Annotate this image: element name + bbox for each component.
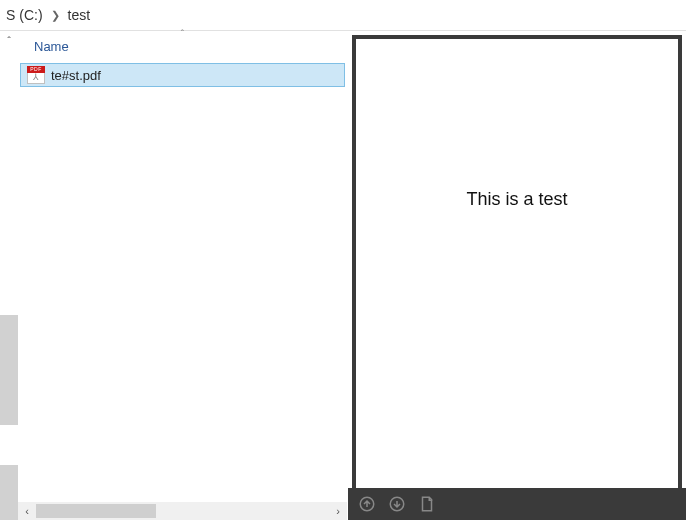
column-header-name[interactable]: ˆ Name [18,31,347,61]
page-icon[interactable] [416,493,438,515]
preview-toolbar [348,488,686,520]
file-name: te#st.pdf [51,68,101,83]
scroll-right-icon[interactable]: › [329,502,347,520]
file-list-pane: ˆ Name PDF ⅄ te#st.pdf ‹ › [18,31,348,520]
download-icon[interactable] [386,493,408,515]
tree-scrollbar[interactable]: ˆ [0,31,18,520]
chevron-right-icon: ❯ [45,9,66,22]
preview-document-wrap: This is a test [348,31,686,488]
column-header-label: Name [34,39,69,54]
adobe-glyph: ⅄ [33,72,39,83]
pdf-file-icon: PDF ⅄ [27,66,45,84]
breadcrumb[interactable]: S (C:) ❯ test [0,0,686,30]
preview-content: This is a test [466,189,567,210]
preview-document[interactable]: This is a test [352,35,682,488]
file-list-empty-area[interactable] [18,87,347,502]
breadcrumb-drive[interactable]: S (C:) [4,7,45,23]
scroll-track[interactable] [36,502,329,520]
preview-pane: This is a test [348,31,686,520]
scroll-left-icon[interactable]: ‹ [18,502,36,520]
pdf-tag: PDF [27,66,45,73]
scroll-thumb[interactable] [0,315,18,425]
sort-ascending-icon: ˆ [181,29,184,40]
horizontal-scrollbar[interactable]: ‹ › [18,502,347,520]
breadcrumb-folder[interactable]: test [66,7,93,23]
scroll-thumb[interactable] [0,465,18,520]
upload-icon[interactable] [356,493,378,515]
body: ˆ ˆ Name PDF ⅄ te#st.pdf ‹ › [0,31,686,520]
scroll-up-icon[interactable]: ˆ [0,31,18,51]
scroll-thumb[interactable] [36,504,156,518]
file-row[interactable]: PDF ⅄ te#st.pdf [20,63,345,87]
